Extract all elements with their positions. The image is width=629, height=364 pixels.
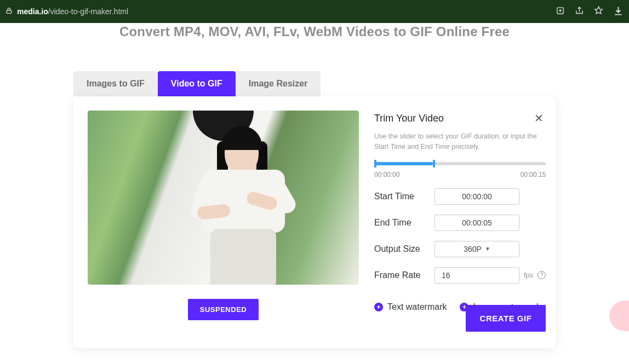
svg-rect-0 bbox=[7, 10, 12, 13]
end-time-input[interactable] bbox=[434, 215, 519, 231]
help-icon[interactable]: ? bbox=[537, 271, 546, 279]
start-time-input[interactable] bbox=[434, 188, 519, 205]
url-path: /video-to-gif-maker.html bbox=[48, 7, 128, 16]
install-icon[interactable] bbox=[556, 6, 565, 17]
start-time-label: Start Time bbox=[374, 192, 434, 201]
close-icon[interactable]: ✕ bbox=[532, 111, 546, 126]
suspend-button[interactable]: SUSPENDED bbox=[188, 299, 259, 320]
chevron-down-icon: ▼ bbox=[485, 246, 490, 252]
slider-end-label: 00:00:15 bbox=[521, 171, 546, 178]
tab-images-to-gif[interactable]: Images to GIF bbox=[73, 71, 158, 96]
create-gif-button[interactable]: CREATE GIF bbox=[466, 305, 546, 332]
page-headline: Convert MP4, MOV, AVI, FLv, WebM Videos … bbox=[0, 24, 629, 39]
duration-slider[interactable]: 00:00:00 00:00:15 bbox=[374, 162, 546, 178]
bookmark-star-icon[interactable] bbox=[594, 6, 603, 17]
video-preview[interactable] bbox=[88, 111, 359, 285]
slider-start-label: 00:00:00 bbox=[374, 171, 400, 178]
download-icon[interactable] bbox=[613, 5, 624, 18]
slider-handle-end[interactable] bbox=[433, 160, 435, 167]
fps-unit-label: fps bbox=[524, 271, 533, 279]
trim-description: Use the slider to select your GIF durati… bbox=[374, 131, 539, 152]
add-text-watermark[interactable]: + Text watermark bbox=[374, 302, 447, 312]
url-domain: media.io bbox=[17, 7, 48, 16]
plus-icon: + bbox=[374, 303, 383, 311]
output-size-select[interactable]: 360P ▼ bbox=[434, 241, 519, 257]
output-size-value: 360P bbox=[464, 245, 482, 253]
tab-image-resizer[interactable]: Image Resizer bbox=[236, 71, 321, 96]
frame-rate-label: Frame Rate bbox=[374, 270, 434, 280]
text-watermark-label: Text watermark bbox=[387, 302, 447, 312]
tab-video-to-gif[interactable]: Video to GIF bbox=[158, 71, 236, 96]
slider-handle-start[interactable] bbox=[374, 160, 376, 167]
lock-icon bbox=[5, 7, 13, 16]
end-time-label: End Time bbox=[374, 218, 434, 228]
frame-rate-input[interactable] bbox=[434, 267, 519, 284]
floating-help-bubble[interactable] bbox=[609, 301, 629, 331]
trim-title: Trim Your Video bbox=[374, 113, 444, 124]
output-size-label: Output Size bbox=[374, 244, 434, 254]
browser-address-bar: media.io/video-to-gif-maker.html bbox=[0, 0, 629, 23]
tool-tabs: Images to GIF Video to GIF Image Resizer bbox=[73, 71, 556, 96]
editor-panel: SUSPENDED Trim Your Video ✕ Use the slid… bbox=[73, 96, 556, 348]
share-icon[interactable] bbox=[575, 6, 584, 17]
